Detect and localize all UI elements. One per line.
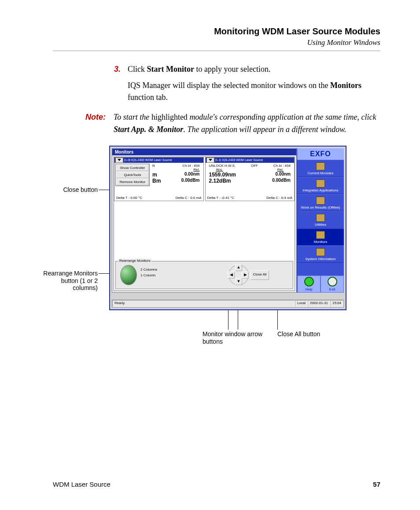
card-title: [1-1] IQS-2403 WDM Laser Source [215, 158, 263, 161]
callout-arrow-buttons: Monitor window arrow buttons [203, 330, 264, 345]
note-text: To start the [114, 113, 151, 121]
value-rel-dbm: 0.00dBm [272, 178, 291, 184]
sidebar-item-label: Utilities [315, 223, 326, 227]
step-number: 3. [110, 63, 121, 103]
app-sidebar: EXFO Current Modules Integrated Applicat… [297, 148, 344, 293]
sidebar-item-label: Integrated Applications [303, 188, 339, 192]
utilities-icon [316, 214, 325, 222]
sidebar-item-utilities[interactable]: Utilities [297, 211, 344, 228]
value-nm: m [152, 172, 157, 178]
sidebar-item-integrated-apps[interactable]: Integrated Applications [297, 177, 344, 194]
close-all-button[interactable]: Close All [251, 270, 269, 280]
exfo-logo: EXFO [297, 148, 344, 160]
channel-id: N [152, 164, 155, 168]
arrow-left-button[interactable]: ◀ [228, 272, 235, 279]
help-label: Help [305, 287, 312, 291]
callout-close-button: Close button [49, 186, 98, 194]
note-text: . The application will appear in a diffe… [183, 125, 346, 134]
card-title: [1-0] IQS-2403 WDM Laser Source [124, 158, 172, 161]
page-footer: WDM Laser Source 57 [53, 481, 380, 488]
note-label: Note: [79, 111, 106, 136]
page-heading: Monitoring WDM Laser Source Modules [53, 26, 380, 37]
delta-c: Delta C : 0.4 mA [266, 196, 292, 200]
channel-id: Ch Id : #34 [273, 164, 291, 168]
delta-t: Delta T : -0.41 °C [207, 196, 235, 200]
exit-button[interactable]: Exit [321, 275, 344, 293]
monitors-panel: Monitors [1-0] IQS-2403 WDM Laser Source [112, 148, 297, 293]
sidebar-item-label: Current Modules [307, 171, 333, 175]
note-text: highlighted [151, 113, 188, 121]
status-ready: Ready [112, 300, 295, 307]
sidebar-item-work-on-results[interactable]: Work on Results (Offline) [297, 194, 344, 211]
results-icon [316, 197, 325, 205]
value-abs-dbm: 2.12dBm [209, 178, 231, 184]
rearrange-toggle-button[interactable] [120, 265, 137, 285]
step-text: IQS Manager will display the selected mo… [128, 81, 330, 90]
help-icon [304, 277, 314, 286]
rel-label: Rel. [277, 168, 284, 172]
columns-1-label: 1 Column [140, 273, 157, 277]
exit-label: Exit [329, 287, 335, 291]
status-bar: Ready Local 2002-01-31 15:04 [112, 300, 344, 308]
header-rule [53, 51, 380, 51]
rel-label: Rel. [193, 168, 199, 172]
sidebar-item-system-info[interactable]: System Information [297, 246, 344, 263]
leader-line [99, 273, 109, 274]
page-number: 57 [373, 481, 380, 488]
step-text: Click [128, 65, 147, 73]
note-bold: Start App. & Monitor [114, 125, 183, 134]
delta-c: Delta C : 0.0 mA [176, 196, 202, 200]
sidebar-item-current-modules[interactable]: Current Modules [297, 160, 344, 177]
monitors-icon [316, 231, 325, 239]
menu-show-controller[interactable]: Show Controller [116, 165, 149, 171]
monitor-arrow-pad: ▲ ▼ ◀ ▶ [228, 265, 248, 284]
monitors-panel-title: Monitors [112, 149, 296, 155]
arrow-up-button[interactable]: ▲ [235, 264, 242, 271]
card-context-menu: Show Controller QuickTools Remove Monito… [115, 164, 150, 186]
leader-line [99, 190, 109, 190]
arrow-down-button[interactable]: ▼ [235, 278, 242, 285]
card-menu-dropdown[interactable] [206, 158, 214, 163]
value-dbm: Bm [152, 178, 161, 184]
abs-label: Abs. [216, 168, 223, 172]
status-date: 2002-01-31 [308, 300, 330, 307]
sidebar-item-label: Work on Results (Offline) [301, 205, 340, 209]
monitor-card: [1-0] IQS-2403 WDM Laser Source Show Con… [114, 157, 204, 201]
step-text: to apply your selection. [194, 65, 270, 73]
delta-t: Delta T : 0.00 °C [116, 196, 142, 200]
columns-2-label: 2 Columns [140, 268, 157, 272]
apps-icon [316, 180, 325, 187]
app-window: Monitors [1-0] IQS-2403 WDM Laser Source [109, 146, 346, 310]
step-bold: Start Monitor [147, 65, 194, 73]
menu-remove-monitor[interactable]: Remove Monitor [116, 179, 149, 185]
arrow-right-button[interactable]: ▶ [242, 272, 249, 279]
menu-quicktools[interactable]: QuickTools [116, 172, 149, 178]
figure: Close button Rearrange Monitors button (… [53, 146, 380, 348]
step-3: 3. Click Start Monitor to apply your sel… [110, 63, 380, 103]
note-text: module's corresponding application at th… [188, 113, 376, 121]
off-label: OFF [251, 164, 258, 168]
sidebar-item-monitors[interactable]: Monitors [297, 228, 344, 246]
card-menu-dropdown[interactable] [115, 158, 123, 163]
channel-id: Ch Id : #34 [182, 164, 199, 168]
sysinfo-icon [316, 248, 325, 256]
help-button[interactable]: Help [297, 275, 321, 293]
step-bold: Monitors [330, 81, 361, 90]
value-rel-nm: 0.00nm [276, 172, 291, 178]
callout-rearrange-button: Rearrange Monitors button (1 or 2 column… [43, 270, 98, 292]
note-block: Note: To start the highlighted module's … [79, 111, 380, 136]
value-dbm: 0.00dBm [181, 178, 200, 184]
step-text: function tab. [128, 93, 168, 102]
callout-close-all-button: Close All button [277, 330, 339, 338]
value-abs-nm: 1559.09nm [209, 172, 236, 178]
unlock-label: UNLOCK H.W.S. [209, 164, 236, 168]
value-nm: 0.00nm [184, 172, 199, 178]
page-subheading: Using Monitor Windows [53, 38, 380, 47]
sidebar-item-label: System Information [306, 257, 336, 261]
sidebar-item-label: Monitors [314, 240, 328, 244]
rearrange-legend: Rearrange Monitors [118, 259, 151, 263]
status-time: 15:04 [330, 300, 343, 307]
power-icon [328, 277, 337, 286]
footer-left: WDM Laser Source [53, 481, 111, 488]
monitor-card: [1-1] IQS-2403 WDM Laser Source UNLOCK H… [205, 157, 295, 201]
